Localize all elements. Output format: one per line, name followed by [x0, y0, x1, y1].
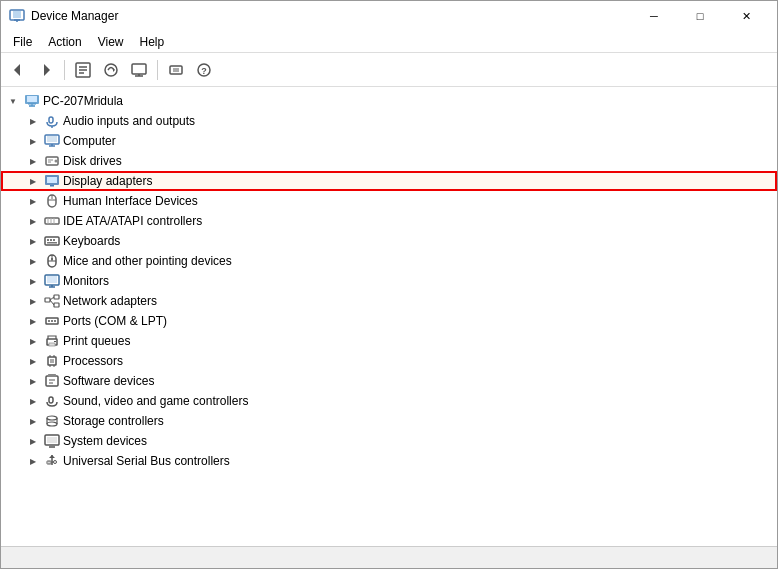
window-controls: ─ □ ✕: [631, 1, 769, 31]
display-view-button[interactable]: [126, 57, 152, 83]
sound-expand-icon[interactable]: [25, 393, 41, 409]
forward-button[interactable]: [33, 57, 59, 83]
keyboard-label: Keyboards: [63, 234, 120, 248]
tree-item-audio[interactable]: Audio inputs and outputs: [1, 111, 777, 131]
display-expand-icon[interactable]: [25, 173, 41, 189]
storage-expand-icon[interactable]: [25, 413, 41, 429]
tree-item-ports[interactable]: Ports (COM & LPT): [1, 311, 777, 331]
svg-rect-86: [47, 437, 57, 443]
tree-root[interactable]: PC-207Mridula: [1, 91, 777, 111]
menu-bar: File Action View Help: [1, 31, 777, 53]
svg-rect-71: [50, 359, 54, 363]
tree-item-mice[interactable]: Mice and other pointing devices: [1, 251, 777, 271]
tree-item-system[interactable]: System devices: [1, 431, 777, 451]
svg-point-65: [51, 320, 53, 322]
svg-rect-37: [50, 185, 54, 187]
print-icon: [44, 333, 60, 349]
menu-action[interactable]: Action: [40, 33, 89, 51]
maximize-button[interactable]: □: [677, 1, 723, 31]
menu-help[interactable]: Help: [132, 33, 173, 51]
ports-label: Ports (COM & LPT): [63, 314, 167, 328]
usb-icon: [44, 453, 60, 469]
ide-label: IDE ATA/ATAPI controllers: [63, 214, 202, 228]
tree-item-hid[interactable]: Human Interface Devices: [1, 191, 777, 211]
tree-item-monitors[interactable]: Monitors: [1, 271, 777, 291]
svg-line-62: [50, 300, 54, 305]
svg-rect-80: [49, 397, 53, 403]
svg-point-81: [47, 416, 57, 420]
processors-expand-icon[interactable]: [25, 353, 41, 369]
svg-point-66: [54, 320, 56, 322]
audio-icon: [44, 113, 60, 129]
svg-rect-79: [48, 374, 56, 377]
window-title: Device Manager: [31, 9, 631, 23]
scan-hardware-button[interactable]: [163, 57, 189, 83]
mice-label: Mice and other pointing devices: [63, 254, 232, 268]
svg-rect-36: [47, 177, 57, 183]
disk-icon: [44, 153, 60, 169]
toolbar: ?: [1, 53, 777, 87]
computer-icon: [44, 133, 60, 149]
ide-expand-icon[interactable]: [25, 213, 41, 229]
system-label: System devices: [63, 434, 147, 448]
app-icon: [9, 8, 25, 24]
tree-item-display[interactable]: Display adapters: [1, 171, 777, 191]
properties-button[interactable]: [70, 57, 96, 83]
svg-rect-59: [54, 295, 59, 299]
sound-label: Sound, video and game controllers: [63, 394, 248, 408]
monitors-label: Monitors: [63, 274, 109, 288]
hid-expand-icon[interactable]: [25, 193, 41, 209]
tree-item-sound[interactable]: Sound, video and game controllers: [1, 391, 777, 411]
svg-rect-69: [54, 341, 56, 342]
svg-rect-28: [47, 136, 57, 142]
software-label: Software devices: [63, 374, 154, 388]
system-expand-icon[interactable]: [25, 433, 41, 449]
back-button[interactable]: [5, 57, 31, 83]
menu-view[interactable]: View: [90, 33, 132, 51]
keyboard-expand-icon[interactable]: [25, 233, 41, 249]
svg-rect-1: [13, 11, 21, 18]
status-bar: [1, 546, 777, 568]
monitors-expand-icon[interactable]: [25, 273, 41, 289]
computer-expand-icon[interactable]: [25, 133, 41, 149]
tree-item-software[interactable]: Software devices: [1, 371, 777, 391]
title-bar: Device Manager ─ □ ✕: [1, 1, 777, 31]
update-driver-button[interactable]: [98, 57, 124, 83]
tree-item-network[interactable]: Network adapters: [1, 291, 777, 311]
computer-label: Computer: [63, 134, 116, 148]
help-button[interactable]: ?: [191, 57, 217, 83]
svg-rect-25: [49, 117, 53, 123]
tree-item-processors[interactable]: Processors: [1, 351, 777, 371]
hid-label: Human Interface Devices: [63, 194, 198, 208]
svg-point-84: [47, 422, 57, 426]
svg-marker-11: [113, 68, 115, 72]
usb-label: Universal Serial Bus controllers: [63, 454, 230, 468]
audio-expand-icon[interactable]: [25, 113, 41, 129]
root-label: PC-207Mridula: [43, 94, 123, 108]
ports-expand-icon[interactable]: [25, 313, 41, 329]
network-expand-icon[interactable]: [25, 293, 41, 309]
tree-item-keyboard[interactable]: Keyboards: [1, 231, 777, 251]
tree-item-ide[interactable]: IDE ATA/ATAPI controllers: [1, 211, 777, 231]
mice-expand-icon[interactable]: [25, 253, 41, 269]
svg-rect-55: [47, 276, 57, 283]
device-tree[interactable]: PC-207Mridula Audio inputs and outputs: [1, 87, 777, 546]
mice-icon: [44, 253, 60, 269]
menu-file[interactable]: File: [5, 33, 40, 51]
minimize-button[interactable]: ─: [631, 1, 677, 31]
tree-item-usb[interactable]: Universal Serial Bus controllers: [1, 451, 777, 471]
root-expand-icon[interactable]: [5, 93, 21, 109]
audio-label: Audio inputs and outputs: [63, 114, 195, 128]
svg-point-32: [55, 160, 58, 163]
tree-item-disk[interactable]: Disk drives: [1, 151, 777, 171]
tree-item-print[interactable]: Print queues: [1, 331, 777, 351]
print-expand-icon[interactable]: [25, 333, 41, 349]
processors-icon: [44, 353, 60, 369]
software-expand-icon[interactable]: [25, 373, 41, 389]
disk-expand-icon[interactable]: [25, 153, 41, 169]
root-computer-icon: [24, 93, 40, 109]
usb-expand-icon[interactable]: [25, 453, 41, 469]
tree-item-storage[interactable]: Storage controllers: [1, 411, 777, 431]
close-button[interactable]: ✕: [723, 1, 769, 31]
tree-item-computer[interactable]: Computer: [1, 131, 777, 151]
